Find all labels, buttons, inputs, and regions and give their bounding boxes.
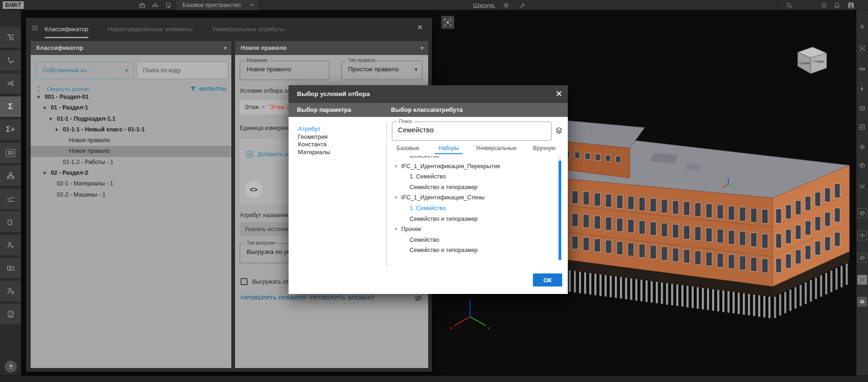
puzzle-button[interactable] [0, 211, 21, 232]
tree-item[interactable]: ▾01 - Раздел-1 [31, 102, 231, 113]
tab-Универсальные атрибуты[interactable]: Универсальные атрибуты [212, 22, 284, 38]
tree-item[interactable]: ▾02 - Раздел-2 [31, 168, 231, 178]
search-icon[interactable] [785, 1, 793, 9]
hierarchy-button[interactable] [0, 27, 21, 48]
eye-off-icon[interactable] [414, 294, 423, 302]
selection-tool-icon[interactable] [441, 16, 454, 29]
attribute-item[interactable]: 1. Семейство [392, 203, 555, 214]
view-cube[interactable]: СлеваСзади [790, 43, 832, 79]
close-icon[interactable]: ✕ [556, 85, 562, 103]
scrollbar[interactable] [558, 155, 561, 261]
tree-item[interactable]: Новое правило [31, 135, 231, 146]
attribute-search-input[interactable] [398, 126, 542, 134]
tree-item[interactable]: Новое правило [31, 146, 231, 157]
tree-item[interactable]: 01-1-2 - Работы - 1 [31, 157, 231, 168]
parameter-item[interactable]: Атрибут [298, 125, 382, 133]
section-cut-button[interactable]: 2 [857, 182, 867, 191]
dialog-tab-Универсальные[interactable]: Универсальные [476, 143, 517, 153]
sigma-add-button[interactable]: Σ+ [0, 119, 21, 140]
shield-icon[interactable] [164, 1, 172, 9]
attribute-search-field[interactable]: Поиск [392, 122, 552, 141]
briefcase-icon[interactable] [138, 1, 146, 9]
classifier-type-dropdown[interactable]: Собственный кл...▾ [35, 61, 134, 79]
eye-button[interactable] [857, 231, 867, 240]
gear-icon[interactable] [502, 1, 510, 9]
tree-item[interactable]: 02-2 - Машины - 1 [31, 190, 231, 200]
app-logo[interactable]: BiMiT [3, 1, 24, 9]
attribute-item[interactable]: ▾Прочее [392, 224, 555, 235]
tree-item[interactable]: ▾01-1-1 - Новый класс - 01-1-1 [31, 124, 231, 135]
dialog-tab-Базовые[interactable]: Базовые [397, 143, 419, 153]
attribute-item[interactable]: Семейство и типоразмер [392, 245, 555, 256]
avatar-icon[interactable] [847, 1, 855, 9]
user-location-button[interactable] [0, 281, 21, 301]
caret-icon[interactable]: ▾ [49, 114, 52, 124]
scrollbar-thumb[interactable] [558, 161, 561, 260]
help-button[interactable]: ? [5, 361, 17, 373]
clip-button[interactable] [857, 84, 867, 94]
measure-button[interactable] [857, 64, 867, 74]
dashboard-button[interactable] [0, 304, 21, 324]
cube-solid-button[interactable] [857, 297, 867, 307]
caret-icon[interactable]: ▾ [395, 161, 397, 172]
tab-Классификатор[interactable]: Классификатор [45, 22, 88, 38]
structure-button[interactable] [0, 165, 21, 186]
tree-item[interactable]: 02-1 - Материалы - 1 [31, 178, 231, 189]
layers-icon[interactable] [555, 126, 563, 135]
close-icon[interactable]: ✕ [417, 23, 423, 32]
parameter-item[interactable]: Материалы [298, 149, 382, 157]
attribute-item[interactable]: ▾IFC_1_Идентификация_Стены [392, 192, 555, 203]
select-focus-button[interactable] [857, 43, 867, 53]
folder-import-button[interactable] [0, 258, 21, 278]
locate-button[interactable] [857, 142, 867, 152]
flag-button[interactable] [857, 161, 867, 171]
dialog-tab-Наборы[interactable]: Наборы [435, 143, 463, 154]
rule-name-field[interactable]: Название Новое правило [240, 61, 330, 80]
list-icon[interactable] [820, 1, 828, 9]
code-mode-toggle[interactable]: <> [245, 181, 262, 198]
parameter-item[interactable]: Константа [298, 141, 382, 149]
share-icon[interactable] [518, 1, 527, 9]
tree-item[interactable]: ▾001 - Раздел-01 [31, 92, 231, 102]
chart-button[interactable] [0, 189, 21, 209]
sigma-button[interactable]: Σ [0, 96, 21, 117]
rule-header[interactable]: Новое правило▾ [235, 41, 428, 55]
caret-icon[interactable]: ▾ [395, 192, 397, 203]
attribute-item[interactable]: Семейство и типоразмер [392, 182, 555, 193]
tree-item[interactable]: ▾01-1 - Подраздел-1.1 [31, 114, 231, 124]
eye-off-button[interactable] [857, 253, 867, 263]
section-box-button[interactable] [857, 103, 867, 113]
export-objects-checkbox[interactable] [241, 278, 248, 285]
rule-type-dropdown[interactable]: Тип правила Простое правило ▾ [341, 61, 423, 80]
attribute-item[interactable]: Семейство и типоразмер [392, 214, 555, 225]
user-check-button[interactable] [0, 235, 21, 255]
nodes-button[interactable] [0, 50, 21, 71]
attribute-item[interactable]: Семейство [392, 156, 555, 161]
dialog-tab-Вручную[interactable]: Вручную [533, 143, 555, 153]
caret-icon[interactable]: ▾ [43, 102, 46, 113]
attribute-item[interactable]: Семейство [392, 235, 555, 246]
caret-icon[interactable]: ▾ [55, 124, 58, 135]
caret-icon[interactable]: ▾ [395, 224, 397, 235]
team-icon[interactable] [151, 1, 159, 9]
caret-icon[interactable]: ▾ [43, 168, 46, 178]
attribute-item[interactable]: 1. Семейство [392, 171, 555, 182]
collapse-panel-icon[interactable] [31, 24, 39, 33]
workplane-button[interactable] [857, 122, 867, 132]
cube-button[interactable] [857, 208, 867, 218]
workspace-selector[interactable]: Базовое пространство [176, 0, 259, 10]
environment-button[interactable] [857, 22, 867, 32]
code-search-input[interactable] [137, 61, 228, 79]
tab-Нераспределённые элементы[interactable]: Нераспределённые элементы [108, 22, 193, 38]
caret-icon[interactable]: ▾ [37, 92, 40, 102]
check-rule-link[interactable]: •ПРОВЕРИТЬ ПРАВИЛО [240, 295, 306, 300]
close-button[interactable] [857, 275, 867, 285]
attribute-item[interactable]: ▾IFC_1_Идентификация_Перекрытия [392, 161, 555, 172]
bell-icon[interactable] [833, 1, 841, 9]
connections-button[interactable] [0, 73, 21, 94]
classifier-header[interactable]: Классификатор▾ [31, 41, 231, 55]
ok-button[interactable]: ОК [533, 273, 562, 286]
2d-view-button[interactable]: 2D [0, 143, 21, 163]
parameter-item[interactable]: Геометрия [298, 133, 382, 141]
check-element-link[interactable]: •ПРОВЕРИТЬ ЭЛЕМЕНТ [309, 295, 375, 300]
